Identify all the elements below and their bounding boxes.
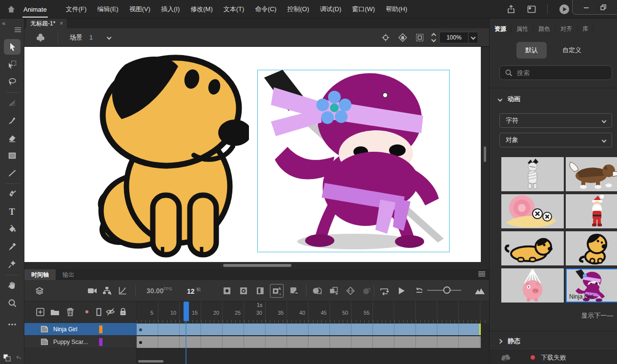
text-tool[interactable]: T	[4, 204, 21, 220]
menu-text[interactable]: 文本(T)	[218, 0, 250, 19]
subselection-tool[interactable]	[4, 57, 21, 72]
default-mode-button[interactable]: 默认	[516, 42, 547, 59]
close-tab-icon[interactable]: ×	[60, 20, 63, 27]
rectangle-tool[interactable]	[4, 148, 21, 163]
zoom-tool[interactable]	[4, 295, 21, 311]
tab-output[interactable]: 输出	[56, 269, 81, 280]
paint-bucket-tool[interactable]	[4, 222, 21, 237]
toolbar-menu-icon[interactable]	[15, 27, 21, 32]
asset-thumbnail-puppy-sitting[interactable]	[566, 231, 617, 265]
lasso-tool[interactable]	[4, 74, 21, 90]
workspace-icon[interactable]	[527, 5, 536, 14]
stage-canvas[interactable]	[24, 47, 481, 262]
new-layer-button[interactable]	[35, 307, 45, 317]
menu-edit[interactable]: 编辑(E)	[92, 0, 123, 19]
layer-color-chip[interactable]	[99, 325, 103, 333]
asset-thumbnail-santa[interactable]	[566, 194, 617, 228]
fluid-brush-tool[interactable]	[4, 95, 21, 111]
zoom-stepper[interactable]	[432, 34, 435, 41]
static-section-header[interactable]: 静态	[498, 337, 520, 345]
minimize-icon[interactable]	[583, 4, 590, 11]
cloud-download-icon[interactable]	[500, 353, 511, 363]
play-button[interactable]	[396, 285, 407, 296]
asset-thumbnail-puppy-lying[interactable]	[501, 231, 564, 265]
layer-row-ninja-girl[interactable]: Ninja Girl	[24, 323, 137, 336]
lock-layers-toggle[interactable]	[118, 307, 128, 317]
app-name[interactable]: Animate	[22, 1, 48, 18]
frame-track-puppy[interactable]	[137, 336, 489, 348]
menu-window[interactable]: 窗口(W)	[347, 0, 380, 19]
camera-icon[interactable]	[87, 285, 98, 296]
pen-tool[interactable]	[4, 186, 21, 202]
layer-row-puppy[interactable]: Puppy Scar...	[24, 336, 137, 348]
stage-horizontal-scrollbar[interactable]	[24, 262, 489, 269]
return-to-first-frame-icon[interactable]	[414, 285, 425, 296]
timeline-panel-menu-icon[interactable]	[478, 271, 485, 277]
graph-editor-icon[interactable]	[117, 285, 128, 296]
asset-thumbnail-pig-parachute[interactable]	[501, 268, 564, 303]
asset-thumbnail-mummy[interactable]	[501, 157, 564, 191]
menu-insert[interactable]: 插入(I)	[156, 0, 185, 19]
animation-section-header[interactable]: 动画	[498, 95, 520, 103]
menu-modify[interactable]: 修改(M)	[185, 0, 218, 19]
edit-multiple-frames-icon[interactable]	[329, 285, 339, 296]
classic-brush-tool[interactable]	[4, 113, 21, 128]
zoom-value[interactable]: 100%	[440, 34, 468, 41]
quick-share-play-icon[interactable]	[558, 3, 570, 15]
layer-color-chip[interactable]	[99, 338, 103, 346]
line-tool[interactable]	[4, 165, 21, 181]
insert-blank-keyframe-icon[interactable]	[238, 285, 249, 296]
menu-debug[interactable]: 调试(D)	[314, 0, 347, 19]
paste-frames-icon[interactable]	[361, 285, 372, 296]
object-dropdown[interactable]: 对象	[499, 133, 612, 147]
timeline-zoom-slider-thumb[interactable]	[443, 286, 451, 294]
resize-timeline-view-icon[interactable]	[474, 285, 485, 296]
stage-vertical-scrollbar[interactable]	[481, 47, 489, 262]
frame-rate[interactable]: 30.00FPS	[146, 286, 172, 295]
insert-frame-icon[interactable]	[255, 285, 266, 296]
zoom-dropdown-icon[interactable]	[468, 32, 478, 43]
tab-assets[interactable]: 资源	[490, 25, 512, 33]
asset-thumbnail-snail[interactable]	[501, 194, 564, 228]
selection-tool[interactable]	[4, 39, 21, 55]
more-tools-button[interactable]	[4, 317, 21, 332]
search-input[interactable]	[517, 69, 607, 77]
character-dropdown[interactable]: 字符	[499, 113, 612, 128]
tab-properties[interactable]: 属性	[512, 25, 534, 33]
collapse-panel-icon[interactable]: «	[2, 20, 5, 27]
tab-color[interactable]: 颜色	[534, 25, 555, 33]
outline-layers-toggle[interactable]	[94, 307, 103, 317]
delete-layer-button[interactable]	[65, 307, 75, 317]
scene-dropdown-icon[interactable]	[107, 35, 112, 40]
rotate-stage-icon[interactable]	[398, 33, 408, 42]
remove-frame-icon[interactable]	[289, 285, 300, 296]
tab-timeline[interactable]: 时间轴	[24, 269, 56, 280]
share-icon[interactable]	[506, 4, 516, 14]
menu-view[interactable]: 视图(V)	[124, 0, 156, 19]
frame-track-ninja[interactable]	[137, 323, 489, 336]
document-tab[interactable]: 无标题-1* ×	[26, 19, 67, 28]
playhead[interactable]	[184, 302, 189, 321]
horizontal-scroll-thumb[interactable]	[223, 264, 291, 267]
home-button[interactable]	[0, 4, 22, 14]
custom-mode-button[interactable]: 自定义	[554, 42, 590, 59]
hand-tool[interactable]	[4, 278, 21, 293]
modify-markers-icon[interactable]	[345, 285, 356, 296]
menu-control[interactable]: 控制(O)	[282, 0, 314, 19]
eyedropper-tool[interactable]	[4, 239, 21, 255]
asset-thumbnail-ninja-girl[interactable]: Ninja Girl	[566, 268, 617, 303]
show-next-link[interactable]: 显示下一—	[581, 311, 613, 320]
asset-warp-pin-tool[interactable]	[4, 257, 21, 272]
highlight-layers-toggle[interactable]	[82, 307, 92, 317]
layer-parenting-icon[interactable]	[102, 285, 112, 296]
menu-help[interactable]: 帮助(H)	[380, 0, 412, 19]
eraser-tool[interactable]	[4, 130, 21, 146]
fill-stroke-swatches-icon[interactable]	[2, 353, 11, 362]
frame-ruler[interactable]: 1s 5 10 15 20 25 30 35 40 45 50 55	[137, 302, 489, 323]
timeline-horizontal-scroll-thumb[interactable]	[138, 360, 164, 363]
new-folder-button[interactable]	[50, 307, 60, 317]
center-stage-icon[interactable]	[381, 33, 390, 42]
tab-library[interactable]: 库	[577, 25, 594, 33]
insert-keyframe-icon[interactable]	[222, 285, 232, 296]
menu-file[interactable]: 文件(F)	[61, 0, 92, 19]
